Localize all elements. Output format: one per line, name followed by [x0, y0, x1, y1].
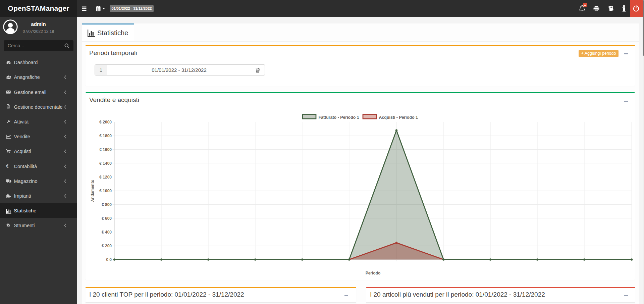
svg-text:€ 1800: € 1800	[99, 133, 112, 138]
svg-text:Periodo: Periodo	[366, 271, 381, 275]
svg-text:€ 800: € 800	[102, 202, 112, 207]
svg-text:€ 2000: € 2000	[99, 119, 112, 124]
svg-text:€ 200: € 200	[102, 243, 112, 248]
svg-text:€ 400: € 400	[102, 230, 112, 234]
svg-text:€ 600: € 600	[102, 216, 112, 220]
svg-text:Andamento: Andamento	[90, 180, 95, 202]
svg-text:€ 1200: € 1200	[99, 174, 112, 179]
svg-text:€ 1400: € 1400	[99, 161, 112, 165]
svg-text:€ 1000: € 1000	[99, 188, 112, 193]
svg-text:€ 1600: € 1600	[99, 147, 112, 152]
svg-text:€ 0: € 0	[106, 257, 112, 262]
svg-text:Fatturato - Periodo 1: Fatturato - Periodo 1	[319, 115, 359, 119]
svg-text:Acquisti - Periodo 1: Acquisti - Periodo 1	[379, 115, 418, 119]
